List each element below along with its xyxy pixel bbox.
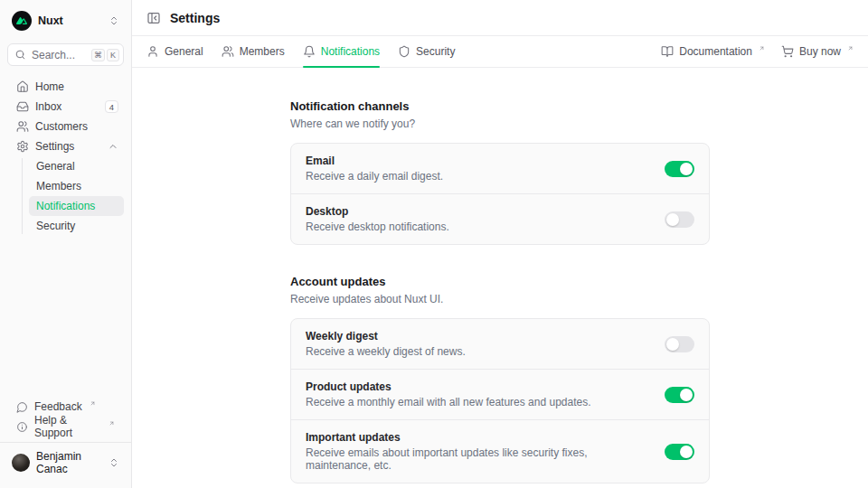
users-icon [222, 45, 234, 58]
setting-title: Important updates [306, 431, 650, 444]
desktop-toggle[interactable] [665, 211, 694, 228]
gear-icon [16, 140, 29, 153]
setting-row-email: EmailReceive a daily email digest. [291, 144, 709, 193]
shield-icon [398, 45, 410, 58]
home-icon [16, 80, 29, 93]
chevrons-up-down-icon [108, 15, 119, 26]
sidebar-subitem-notifications[interactable]: Notifications [29, 196, 124, 216]
setting-title: Desktop [306, 205, 449, 218]
sidebar-item-label: Settings [35, 140, 101, 153]
cart-icon [781, 45, 794, 58]
shortcut-key: K [107, 49, 119, 61]
setting-title: Email [306, 155, 443, 167]
setting-description: Receive a daily email digest. [306, 170, 443, 183]
sidebar-item-inbox[interactable]: Inbox4 [7, 97, 124, 117]
sidebar-subitem-label: Members [36, 180, 81, 192]
sidebar-item-settings[interactable]: Settings [7, 136, 124, 156]
shortcut-key: ⌘ [91, 49, 105, 61]
product-updates-toggle[interactable] [665, 387, 694, 403]
sidebar-item-label: Customers [35, 120, 118, 133]
chevrons-up-down-icon [108, 15, 119, 26]
sidebar-item-label: Home [35, 80, 118, 93]
content: Notification channelsWhere can we notify… [132, 68, 868, 488]
collapse-sidebar-icon[interactable] [146, 11, 161, 25]
sidebar-subitem-label: Security [36, 220, 75, 232]
sidebar-nav: HomeInbox4CustomersSettingsGeneralMember… [7, 77, 124, 236]
app-root: Nuxt Search... ⌘K HomeInbox4CustomersSet… [0, 0, 868, 488]
toggle-knob [680, 163, 693, 175]
sidebar-subitem-label: General [36, 160, 75, 173]
buy-now-button[interactable]: Buy now [781, 45, 854, 58]
user-icon [146, 45, 159, 58]
nuxt-logo-icon [12, 11, 32, 31]
settings-card: Weekly digestReceive a weekly digest of … [290, 318, 710, 483]
external-arrow-icon [759, 45, 765, 52]
tab-security[interactable]: Security [398, 36, 455, 67]
footer-link-label: Help & Support [34, 414, 101, 439]
footer-link-label: Feedback [34, 400, 82, 413]
search-icon [14, 49, 26, 61]
sidebar-item-label: Inbox [35, 100, 99, 113]
email-toggle[interactable] [665, 161, 694, 177]
chevron-up-icon [108, 141, 118, 152]
tab-members[interactable]: Members [222, 36, 285, 67]
section-title: Account updates [290, 275, 710, 288]
setting-text: EmailReceive a daily email digest. [306, 155, 443, 183]
sidebar-subitem-members[interactable]: Members [29, 176, 124, 196]
team-switcher[interactable]: Nuxt [7, 7, 124, 34]
setting-text: Product updatesReceive a monthly email w… [306, 380, 591, 408]
chevrons-up-down-icon [108, 457, 119, 468]
sidebar-subitem-label: Notifications [36, 200, 95, 212]
search-icon [14, 49, 26, 61]
toggle-knob [680, 389, 693, 401]
action-label: Documentation [679, 45, 752, 58]
users-icon [16, 120, 29, 133]
setting-description: Receive a monthly email with all new fea… [306, 396, 591, 408]
tab-label: General [165, 45, 203, 58]
documentation-button[interactable]: Documentation [661, 45, 765, 58]
important-updates-toggle[interactable] [665, 444, 694, 460]
sidebar-item-home[interactable]: Home [7, 77, 124, 97]
footer-link-help-support[interactable]: Help & Support [7, 417, 124, 436]
setting-text: Important updatesReceive emails about im… [306, 431, 650, 472]
external-arrow-icon [90, 400, 96, 407]
search-input[interactable]: Search... ⌘K [7, 43, 124, 66]
panel-collapse-icon [146, 11, 161, 25]
section-notification-channels: Notification channelsWhere can we notify… [290, 99, 710, 245]
toggle-knob [666, 338, 679, 351]
settings-card: EmailReceive a daily email digest.Deskto… [290, 143, 710, 245]
section-description: Where can we notify you? [290, 117, 710, 130]
sidebar-item-customers[interactable]: Customers [7, 117, 124, 136]
chevrons-up-down-icon [108, 457, 119, 468]
message-bubble-icon [16, 401, 28, 413]
setting-title: Product updates [306, 380, 591, 393]
sidebar: Nuxt Search... ⌘K HomeInbox4CustomersSet… [0, 0, 132, 488]
weekly-digest-toggle[interactable] [665, 336, 694, 352]
book-icon [661, 45, 674, 58]
sidebar-subitem-security[interactable]: Security [29, 216, 124, 236]
external-arrow-icon [108, 420, 115, 427]
tab-general[interactable]: General [146, 36, 203, 67]
search-shortcut: ⌘K [90, 48, 119, 61]
setting-row-weekly-digest: Weekly digestReceive a weekly digest of … [291, 319, 709, 369]
tab-label: Security [416, 45, 455, 58]
user-name: Benjamin Canac [36, 450, 102, 475]
setting-description: Receive a weekly digest of news. [306, 345, 466, 358]
external-arrow-icon [847, 45, 854, 52]
setting-row-desktop: DesktopReceive desktop notifications. [291, 193, 709, 244]
toggle-knob [680, 446, 693, 458]
inbox-count-badge: 4 [105, 100, 118, 113]
section-account-updates: Account updatesReceive updates about Nux… [290, 275, 710, 483]
setting-description: Receive desktop notifications. [306, 221, 449, 233]
inbox-icon [16, 100, 29, 113]
setting-text: Weekly digestReceive a weekly digest of … [306, 330, 466, 358]
section-title: Notification channels [290, 99, 710, 113]
tabbar: GeneralMembersNotificationsSecurity Docu… [132, 36, 868, 68]
info-icon [16, 421, 28, 433]
search-placeholder: Search... [32, 49, 84, 61]
user-menu[interactable]: Benjamin Canac [7, 443, 124, 483]
sidebar-subitem-general[interactable]: General [29, 156, 124, 176]
tab-notifications[interactable]: Notifications [303, 36, 380, 67]
page-header: Settings [132, 0, 868, 36]
sidebar-footer: FeedbackHelp & Support Benjamin Canac [7, 397, 124, 488]
